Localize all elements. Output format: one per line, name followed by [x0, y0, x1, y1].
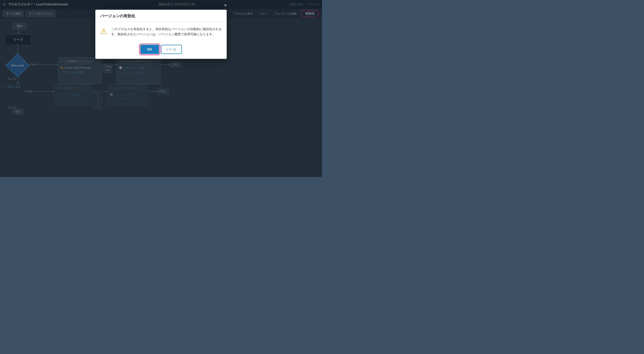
modal-close-button[interactable]: ×	[224, 3, 227, 8]
no-button[interactable]: いいえ	[161, 45, 182, 54]
activation-modal: × バージョンの有効化 ⚠ このプロセスを有効化すると、現在有効なバージョンが自…	[95, 10, 227, 59]
modal-title: バージョンの有効化	[100, 14, 222, 19]
modal-footer: OK いいえ	[95, 42, 227, 59]
modal-overlay: × バージョンの有効化 ⚠ このプロセスを有効化すると、現在有効なバージョンが自…	[0, 0, 322, 177]
warning-icon: ⚠	[100, 27, 107, 36]
modal-body: ⚠ このプロセスを有効化すると、現在有効なバージョンが自動的に無効化されます。無…	[95, 22, 227, 42]
ok-button[interactable]: OK	[140, 45, 159, 54]
modal-body-text: このプロセスを有効化すると、現在有効なバージョンが自動的に無効化されます。無効化…	[111, 27, 222, 37]
modal-header: バージョンの有効化	[95, 10, 227, 22]
